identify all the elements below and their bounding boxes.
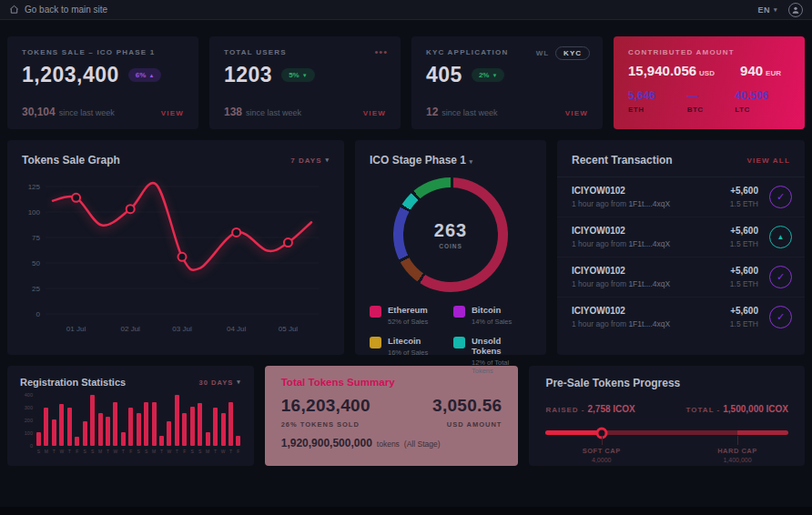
transaction-row[interactable]: ICIYOW01021 hour ago from 1F1t....4xqX +… bbox=[557, 217, 805, 258]
trend-badge: 6%▲ bbox=[128, 68, 162, 82]
registration-statistics-panel: Registration Statistics 30 DAYS▾ 0100200… bbox=[7, 366, 254, 466]
check-circle-icon: ✓ bbox=[769, 306, 792, 328]
raised-amount: RAISED -2,758 ICOX bbox=[545, 399, 634, 416]
language-label: EN bbox=[757, 5, 770, 15]
user-avatar[interactable] bbox=[788, 3, 803, 17]
progress-slider: SOFT CAP4,0000 HARD CAP1,400,000 bbox=[545, 427, 788, 458]
card-value: 405 bbox=[426, 63, 462, 87]
arrow-down-icon: ▼ bbox=[302, 73, 308, 78]
dashboard-content: TOKENS SALE – ICO PHASE 1 1,203,400 6%▲ … bbox=[0, 20, 812, 466]
legend-item-unsold-tokens: Unsold Tokens12% of Total Tokens bbox=[453, 336, 532, 375]
trend-badge: 2%▼ bbox=[472, 68, 505, 82]
transaction-row[interactable]: ICIYOW01021 hour ago from 1F1t....4xqX +… bbox=[557, 298, 805, 337]
wl-tab[interactable]: WL bbox=[536, 49, 549, 57]
arrow-up-circle-icon: ▲ bbox=[769, 226, 792, 248]
soft-cap-label: SOFT CAP4,0000 bbox=[583, 447, 621, 463]
litecoin-swatch bbox=[370, 337, 381, 348]
legend-item-bitcoin: Bitcoin14% of Sales bbox=[453, 305, 532, 326]
arrow-down-icon: ▼ bbox=[492, 73, 497, 78]
ltc-amount: 40.506LTC bbox=[735, 89, 768, 114]
total-users-card: ••• TOTAL USERS 1203 5%▼ 138since last w… bbox=[209, 36, 401, 129]
user-icon bbox=[791, 5, 800, 15]
chevron-down-icon: ▾ bbox=[325, 157, 330, 164]
usd-unit: USD bbox=[699, 69, 715, 77]
check-circle-icon: ✓ bbox=[769, 266, 792, 288]
legend-item-ethereum: Ethereum52% of Sales bbox=[370, 305, 448, 326]
eth-amount: 5,646ETH bbox=[628, 89, 655, 114]
panel-title: Total Tokens Summary bbox=[281, 377, 502, 388]
transaction-row[interactable]: ICIYOW01021 hour ago from 1F1t....4xqX +… bbox=[557, 258, 805, 298]
eur-amount: 940 bbox=[740, 63, 763, 78]
chevron-down-icon: ▾ bbox=[774, 6, 777, 14]
panel-title: Recent Transaction bbox=[572, 154, 673, 167]
view-link[interactable]: VIEW bbox=[161, 109, 184, 117]
range-dropdown[interactable]: 7 DAYS▾ bbox=[290, 157, 330, 165]
panel-title: Tokens Sale Graph bbox=[22, 154, 120, 167]
view-all-link[interactable]: VIEW ALL bbox=[746, 157, 790, 165]
topbar: Go back to main site EN ▾ bbox=[0, 0, 812, 20]
bottom-strip bbox=[0, 507, 812, 515]
eur-unit: EUR bbox=[766, 69, 781, 77]
panel-title: Registration Statistics bbox=[20, 377, 126, 388]
ico-stage-panel: ICO Stage Phase 1 ▾ 263 COINS Ethereum52… bbox=[355, 140, 546, 355]
donut-chart: 263 COINS bbox=[393, 177, 508, 292]
hard-cap-tick bbox=[737, 436, 738, 445]
tokens-sale-card: TOKENS SALE – ICO PHASE 1 1,203,400 6%▲ … bbox=[7, 36, 198, 129]
ethereum-swatch bbox=[370, 306, 381, 318]
bar-chart-x-axis: SMTWTFSSMTWTFSSMTWTFSSMTWTF bbox=[36, 449, 241, 454]
all-stage-total: 1,920,900,500,000 tokens (All Stage) bbox=[281, 437, 502, 449]
card-title: TOKENS SALE – ICO PHASE 1 bbox=[22, 48, 184, 56]
arrow-up-icon: ▲ bbox=[148, 73, 154, 78]
btc-amount: —BTC bbox=[687, 89, 704, 114]
language-selector[interactable]: EN ▾ bbox=[757, 5, 777, 15]
donut-center-value: 263 bbox=[434, 220, 467, 241]
card-delta: 138 bbox=[224, 106, 242, 118]
tokens-sale-graph-panel: Tokens Sale Graph 7 DAYS▾ 0255075100125 … bbox=[7, 140, 344, 355]
card-title: CONTRIBUTED AMOUNT bbox=[628, 48, 790, 56]
usd-amount-stat: 3,050.56USD AMOUNT bbox=[432, 396, 502, 429]
back-link-label: Go back to main site bbox=[25, 5, 107, 15]
tokens-sold-stat: 16,203,40026% TOKENS SOLD bbox=[281, 396, 370, 429]
panel-title: Pre-Sale Tokens Progress bbox=[545, 377, 788, 389]
kyc-tab[interactable]: KYC bbox=[555, 46, 590, 60]
card-delta: 30,104 bbox=[22, 106, 56, 118]
donut-legend: Ethereum52% of Sales Bitcoin14% of Sales… bbox=[370, 305, 532, 375]
chevron-down-icon: ▾ bbox=[237, 379, 241, 386]
card-delta-note: since last week bbox=[442, 108, 497, 117]
unsold-tokens-swatch bbox=[453, 337, 465, 348]
contributed-amount-card: CONTRIBUTED AMOUNT 15,940.056USD 940EUR … bbox=[614, 36, 805, 129]
home-icon bbox=[9, 5, 19, 15]
line-chart-y-axis: 0255075100125 bbox=[22, 167, 46, 312]
view-link[interactable]: VIEW bbox=[363, 109, 386, 117]
card-title: TOTAL USERS bbox=[224, 48, 386, 56]
back-to-main-site-link[interactable]: Go back to main site bbox=[9, 5, 107, 15]
card-delta-note: since last week bbox=[246, 108, 301, 117]
range-dropdown[interactable]: 30 DAYS▾ bbox=[199, 379, 241, 387]
line-chart-plot bbox=[46, 177, 319, 323]
slider-track[interactable] bbox=[545, 430, 788, 435]
recent-transactions-panel: Recent Transaction VIEW ALL ICIYOW01021 … bbox=[557, 140, 805, 355]
card-delta-note: since last week bbox=[59, 108, 115, 117]
bar-chart: 0100200300400 bbox=[20, 395, 241, 446]
card-value: 1,203,400 bbox=[22, 63, 119, 87]
ico-stage-dropdown[interactable]: ICO Stage Phase 1 ▾ bbox=[370, 154, 472, 167]
view-link[interactable]: VIEW bbox=[565, 109, 588, 117]
kyc-application-card: WL KYC KYC APPLICATION 405 2%▼ 12since l… bbox=[411, 36, 603, 129]
soft-cap-tick bbox=[602, 436, 603, 445]
usd-amount: 15,940.056 bbox=[628, 63, 696, 78]
more-options-icon[interactable]: ••• bbox=[374, 46, 388, 57]
total-tokens-summary-panel: Total Tokens Summary 16,203,40026% TOKEN… bbox=[265, 366, 519, 466]
card-value: 1203 bbox=[224, 63, 272, 87]
line-chart-x-axis: 01 Jul02 Jul03 Jul04 Jul05 Jul bbox=[46, 323, 330, 336]
presale-progress-panel: Pre-Sale Tokens Progress RAISED -2,758 I… bbox=[529, 366, 805, 466]
check-circle-icon: ✓ bbox=[769, 186, 792, 208]
donut-center-label: COINS bbox=[439, 243, 462, 249]
bitcoin-swatch bbox=[453, 306, 465, 318]
legend-item-litecoin: Litecoin16% of Sales bbox=[370, 336, 448, 375]
total-amount: TOTAL -1,500,000 ICOX bbox=[686, 399, 788, 416]
trend-badge: 5%▼ bbox=[281, 68, 315, 82]
card-delta: 12 bbox=[426, 106, 438, 118]
hard-cap-label: HARD CAP1,400,000 bbox=[717, 447, 757, 463]
chevron-down-icon: ▾ bbox=[469, 158, 472, 165]
transaction-row[interactable]: ICIYOW01021 hour ago from 1F1t....4xqX +… bbox=[557, 177, 805, 217]
